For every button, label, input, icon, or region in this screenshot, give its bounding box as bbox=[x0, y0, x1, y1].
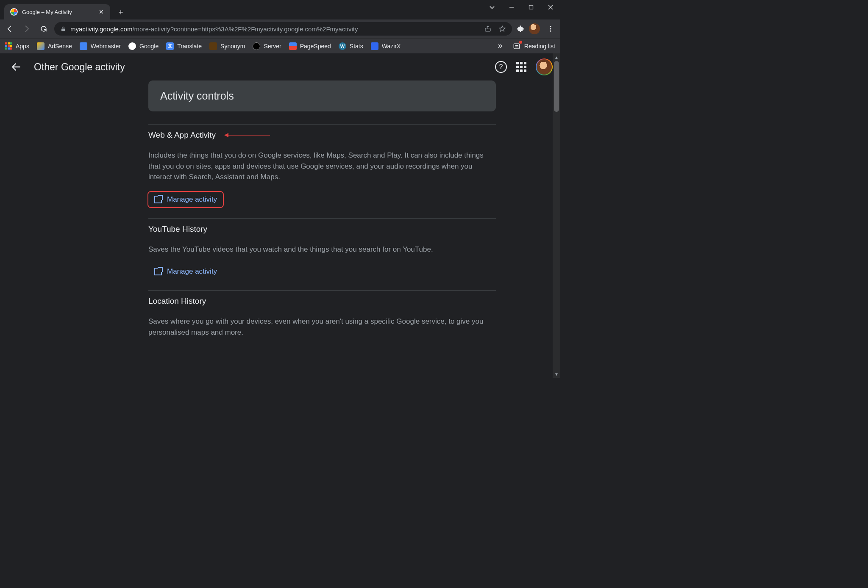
extensions-button[interactable] bbox=[516, 25, 525, 33]
maximize-button[interactable] bbox=[521, 0, 541, 14]
google-icon bbox=[128, 42, 136, 50]
section-body: Saves where you go with your devices, ev… bbox=[148, 316, 496, 338]
apps-shortcut[interactable]: Apps bbox=[5, 42, 29, 50]
account-avatar[interactable] bbox=[536, 58, 553, 75]
svg-point-5 bbox=[550, 28, 551, 30]
svg-rect-1 bbox=[529, 6, 533, 9]
url-text: myactivity.google.com/more-activity?cont… bbox=[70, 25, 358, 33]
adsense-icon bbox=[37, 42, 45, 50]
open-external-icon bbox=[154, 268, 162, 275]
reload-button[interactable] bbox=[37, 22, 50, 35]
svg-point-4 bbox=[550, 26, 551, 27]
section-youtube-history: YouTube History Saves the YouTube videos… bbox=[148, 218, 496, 291]
activity-controls-card: Activity controls bbox=[148, 80, 496, 111]
svg-rect-7 bbox=[514, 44, 519, 49]
browser-menu-button[interactable] bbox=[544, 22, 557, 35]
section-heading: Web & App Activity bbox=[148, 130, 496, 140]
section-location-history: Location History Saves where you go with… bbox=[148, 290, 496, 358]
tab-search-button[interactable] bbox=[482, 0, 502, 14]
content-column: Activity controls Web & App Activity Inc… bbox=[148, 80, 496, 358]
minimize-button[interactable] bbox=[502, 0, 521, 14]
svg-rect-2 bbox=[61, 28, 65, 31]
bookmark-star-icon[interactable] bbox=[498, 25, 506, 33]
annotation-arrow-icon bbox=[223, 132, 270, 139]
bookmark-translate[interactable]: 文 Translate bbox=[166, 42, 202, 50]
close-window-button[interactable] bbox=[541, 0, 560, 14]
help-button[interactable]: ? bbox=[495, 61, 507, 73]
synonym-icon bbox=[209, 42, 217, 50]
scroll-down-arrow[interactable]: ▼ bbox=[553, 370, 560, 378]
bookmark-server[interactable]: Server bbox=[253, 42, 281, 50]
scroll-track[interactable] bbox=[553, 61, 560, 370]
scroll-thumb[interactable] bbox=[554, 61, 559, 112]
address-bar[interactable]: myactivity.google.com/more-activity?cont… bbox=[54, 22, 512, 36]
svg-point-6 bbox=[550, 31, 551, 32]
pagespeed-icon bbox=[289, 42, 297, 50]
section-web-app-activity: Web & App Activity Includes the things t… bbox=[148, 124, 496, 218]
reading-list-icon bbox=[512, 42, 521, 50]
nav-back-button[interactable] bbox=[3, 22, 16, 35]
reading-list-button[interactable]: Reading list bbox=[512, 42, 555, 50]
browser-toolbar: myactivity.google.com/more-activity?cont… bbox=[0, 19, 560, 38]
open-external-icon bbox=[154, 196, 162, 203]
page-title: Other Google activity bbox=[34, 61, 125, 73]
scroll-up-arrow[interactable]: ▲ bbox=[553, 53, 560, 61]
page-header: Other Google activity ? bbox=[0, 53, 560, 80]
section-heading: Location History bbox=[148, 297, 496, 306]
window-titlebar: Google – My Activity ✕ ＋ bbox=[0, 0, 560, 19]
bookmark-synonym[interactable]: Synonym bbox=[209, 42, 245, 50]
bookmark-adsense[interactable]: AdSense bbox=[37, 42, 72, 50]
bookmark-overflow-button[interactable] bbox=[497, 42, 505, 50]
google-favicon bbox=[10, 8, 18, 16]
google-apps-button[interactable] bbox=[516, 62, 526, 72]
translate-icon: 文 bbox=[166, 42, 174, 50]
bookmarks-bar: Apps AdSense Webmaster Google 文 Translat… bbox=[0, 38, 560, 53]
profile-avatar-toolbar[interactable] bbox=[529, 23, 540, 34]
apps-label: Apps bbox=[16, 43, 29, 50]
share-icon[interactable] bbox=[484, 25, 492, 33]
manage-activity-link-youtube[interactable]: Manage activity bbox=[148, 264, 223, 279]
bookmark-google[interactable]: Google bbox=[128, 42, 159, 50]
manage-activity-link-web[interactable]: Manage activity bbox=[148, 192, 223, 207]
nav-forward-button[interactable] bbox=[20, 22, 33, 35]
section-body: Saves the YouTube videos that you watch … bbox=[148, 244, 496, 255]
page-viewport: Other Google activity ? Activity control… bbox=[0, 53, 560, 378]
webmaster-icon bbox=[80, 42, 87, 50]
bookmark-wazirx[interactable]: WazirX bbox=[371, 42, 401, 50]
section-body: Includes the things that you do on Googl… bbox=[148, 150, 496, 183]
window-controls bbox=[482, 0, 560, 14]
bookmark-webmaster[interactable]: Webmaster bbox=[80, 42, 121, 50]
page-back-button[interactable] bbox=[8, 58, 25, 75]
apps-grid-icon bbox=[516, 62, 526, 72]
wazirx-icon bbox=[371, 42, 378, 50]
tab-title: Google – My Activity bbox=[22, 9, 94, 15]
avatar-image bbox=[537, 59, 552, 75]
section-heading: YouTube History bbox=[148, 225, 496, 234]
apps-grid-icon bbox=[5, 42, 12, 50]
browser-tab[interactable]: Google – My Activity ✕ bbox=[4, 4, 110, 19]
new-tab-button[interactable]: ＋ bbox=[114, 6, 127, 18]
close-tab-icon[interactable]: ✕ bbox=[97, 8, 105, 16]
lock-icon[interactable] bbox=[60, 26, 66, 32]
bookmark-stats[interactable]: W Stats bbox=[339, 42, 363, 50]
vertical-scrollbar[interactable]: ▲ ▼ bbox=[553, 53, 560, 378]
stats-icon: W bbox=[339, 42, 346, 50]
server-icon bbox=[253, 42, 260, 50]
bookmark-pagespeed[interactable]: PageSpeed bbox=[289, 42, 331, 50]
